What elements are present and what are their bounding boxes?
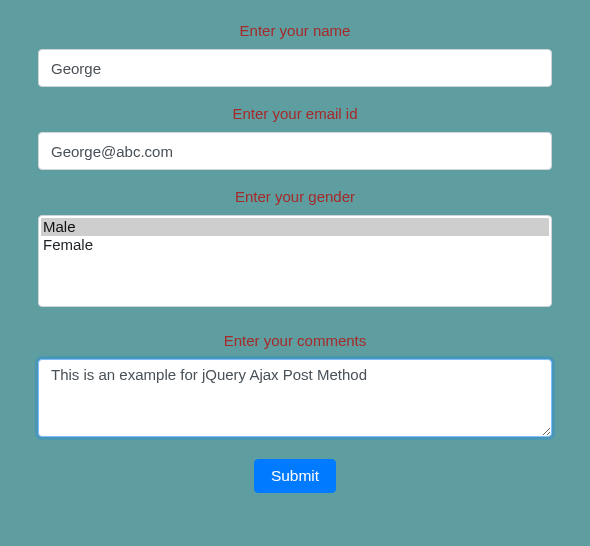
gender-label: Enter your gender <box>38 188 552 205</box>
gender-select[interactable]: MaleFemale <box>38 215 552 307</box>
submit-button[interactable]: Submit <box>254 459 336 493</box>
comments-textarea[interactable] <box>38 359 552 437</box>
email-label: Enter your email id <box>38 105 552 122</box>
form-container: Enter your name Enter your email id Ente… <box>0 0 590 546</box>
comments-label: Enter your comments <box>38 332 552 349</box>
gender-option[interactable]: Male <box>41 218 549 236</box>
name-label: Enter your name <box>38 22 552 39</box>
email-input[interactable] <box>38 132 552 170</box>
gender-option[interactable]: Female <box>41 236 549 254</box>
submit-row: Submit <box>38 459 552 493</box>
name-input[interactable] <box>38 49 552 87</box>
